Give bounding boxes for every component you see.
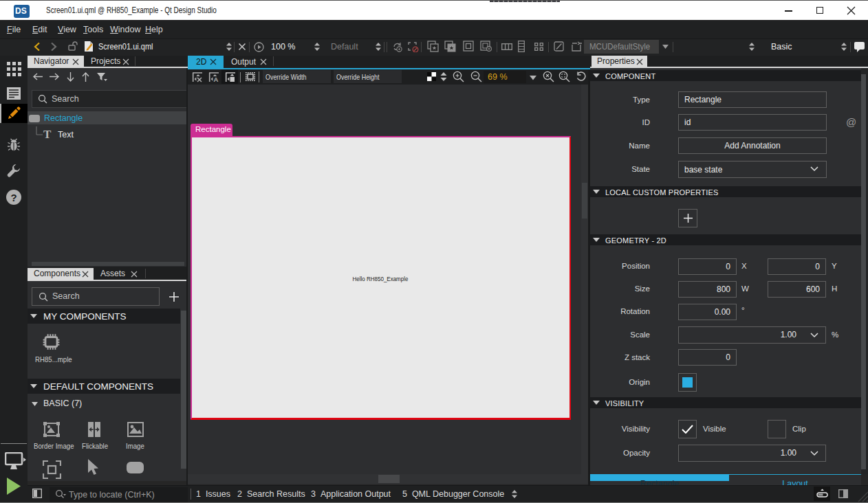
svg-text:A: A xyxy=(214,76,219,82)
svg-text:?: ? xyxy=(10,192,17,203)
